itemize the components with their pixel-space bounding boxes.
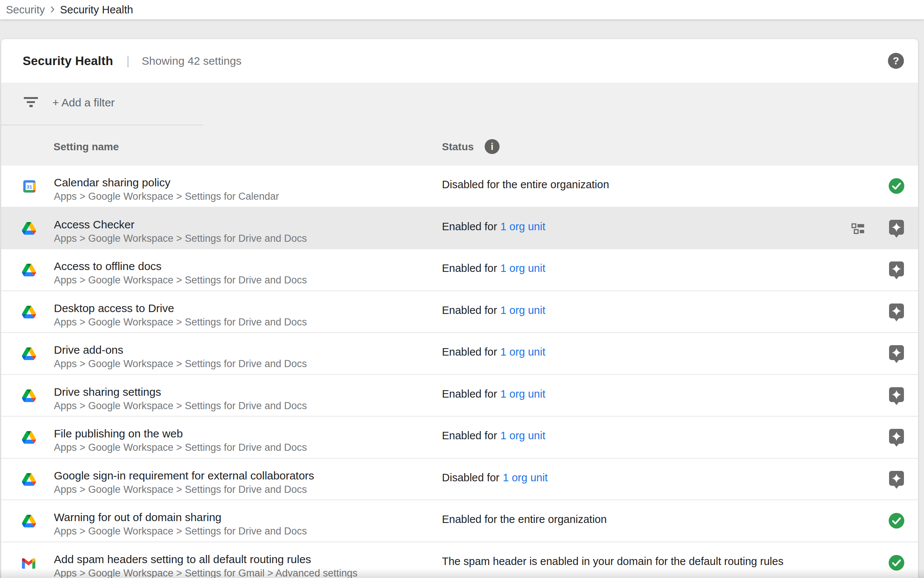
drive-glyph: [22, 264, 36, 276]
status-text: The spam header is enabled in your domai…: [442, 555, 783, 567]
drive-glyph: [22, 390, 36, 402]
page-title: Security Health: [23, 54, 113, 68]
setting-path: Apps > Google Workspace > Settings for D…: [54, 441, 307, 454]
recommendation-icon[interactable]: [888, 428, 905, 447]
status-ok-icon: [888, 177, 905, 195]
setting-path: Apps > Google Workspace > Settings for D…: [54, 315, 307, 329]
breadcrumb-current-page: Security Health: [60, 4, 133, 16]
drive-glyph: [22, 306, 36, 318]
table-row[interactable]: 31 Access Checker Ap: [1, 208, 918, 250]
gmail-icon: 31: [22, 556, 37, 571]
setting-title: Warning for out of domain sharing: [54, 510, 307, 524]
setting-status: The spam header is enabled in your domai…: [442, 554, 783, 568]
table-row[interactable]: 31 Access to offline docs: [1, 249, 918, 291]
calendar-icon: 31: [22, 179, 37, 194]
status-text: Enabled for: [442, 304, 497, 316]
status-text: Disabled for: [442, 472, 500, 484]
org-unit-link[interactable]: 1 org unit: [500, 430, 545, 442]
recommendation-icon[interactable]: [888, 470, 905, 489]
org-unit-link[interactable]: 1 org unit: [500, 262, 545, 274]
drive-icon: 31: [22, 514, 37, 529]
recommendation-icon[interactable]: [888, 261, 905, 279]
status-text: Enabled for: [442, 262, 497, 274]
status-text: Enabled for: [442, 346, 497, 358]
drive-icon: 31: [22, 388, 37, 403]
setting-status: Enabled for1 org unit: [442, 303, 545, 317]
setting-path: Apps > Google Workspace > Settings for C…: [54, 190, 279, 203]
drive-glyph: [22, 431, 36, 444]
setting-status: Enabled for1 org unit: [442, 219, 545, 234]
org-units-list-icon: [851, 223, 864, 234]
setting-status: Disabled for1 org unit: [442, 471, 548, 485]
drive-glyph: [22, 473, 36, 486]
drive-icon: 31: [22, 472, 37, 487]
table-row[interactable]: 31 Desktop access to Drive: [1, 291, 918, 333]
org-unit-link[interactable]: 1 org unit: [500, 221, 545, 232]
settings-table: 31 Calendar sharing policy: [1, 166, 918, 578]
table-row[interactable]: 31 Warning for out of doma: [1, 500, 918, 542]
drive-icon: 31: [22, 430, 37, 445]
svg-text:31: 31: [27, 184, 32, 190]
breadcrumb: Security › Security Health: [0, 0, 924, 19]
recommendation-icon[interactable]: [888, 303, 905, 321]
setting-path: Apps > Google Workspace > Settings for D…: [54, 483, 314, 496]
title-separator: |: [126, 54, 129, 68]
filter-and-table-header: + Add a filter Setting name Status i: [1, 83, 918, 166]
org-unit-link[interactable]: 1 org unit: [500, 346, 545, 358]
drive-glyph: [22, 515, 36, 528]
recommendation-icon[interactable]: [888, 344, 905, 363]
setting-title: Drive sharing settings: [54, 385, 307, 399]
setting-title: Calendar sharing policy: [54, 175, 279, 190]
setting-path: Apps > Google Workspace > Settings for D…: [54, 232, 307, 245]
setting-status: Enabled for1 org unit: [442, 429, 545, 443]
status-ok-icon: [888, 512, 905, 529]
column-header-setting-name: Setting name: [53, 141, 119, 153]
setting-path: Apps > Google Workspace > Settings for D…: [54, 357, 307, 370]
card-header: Security Health | Showing 42 settings ?: [1, 39, 918, 83]
setting-title: Access to offline docs: [54, 259, 307, 273]
status-text: Enabled for the entire organization: [442, 513, 607, 525]
setting-status: Enabled for1 org unit: [442, 387, 545, 401]
table-row[interactable]: 31 Add spam headers settin: [1, 542, 918, 578]
info-icon[interactable]: i: [485, 139, 500, 154]
table-row[interactable]: 31 Calendar sharing policy: [1, 166, 918, 208]
settings-count-label: Showing 42 settings: [142, 55, 241, 67]
setting-title: File publishing on the web: [54, 426, 307, 441]
setting-status: Enabled for the entire organization: [442, 512, 607, 526]
setting-path: Apps > Google Workspace > Settings for G…: [54, 567, 358, 578]
table-row[interactable]: 31 Drive sharing settings: [1, 375, 918, 417]
filter-divider: [1, 125, 203, 125]
setting-status: Disabled for the entire organization: [442, 177, 609, 192]
setting-status: Enabled for1 org unit: [442, 345, 545, 359]
status-text: Enabled for: [442, 430, 497, 442]
breadcrumb-security-link[interactable]: Security: [6, 4, 45, 16]
help-glyph: ?: [893, 55, 899, 67]
security-health-card: Security Health | Showing 42 settings ? …: [1, 39, 918, 578]
org-unit-link[interactable]: 1 org unit: [503, 472, 548, 484]
status-ok-icon: [888, 554, 905, 571]
table-row[interactable]: 31 File publishing on the: [1, 417, 918, 459]
add-filter-button[interactable]: + Add a filter: [52, 96, 115, 109]
setting-path: Apps > Google Workspace > Settings for D…: [54, 273, 307, 287]
org-unit-link[interactable]: 1 org unit: [500, 304, 545, 316]
recommendation-icon[interactable]: [888, 219, 905, 238]
drive-icon: 31: [22, 346, 37, 361]
setting-status: Enabled for1 org unit: [442, 261, 545, 275]
gmail-glyph: [22, 557, 35, 569]
info-glyph: i: [491, 141, 494, 152]
org-unit-link[interactable]: 1 org unit: [500, 388, 545, 400]
status-text: Enabled for: [442, 221, 497, 232]
drive-icon: 31: [22, 263, 37, 278]
table-row[interactable]: 31 Google sign-in requirem: [1, 459, 918, 501]
recommendation-icon[interactable]: [888, 386, 905, 405]
calendar-glyph: 31: [22, 179, 37, 194]
table-row[interactable]: 31 Drive add-ons App: [1, 333, 918, 375]
status-text: Disabled for the entire organization: [442, 179, 609, 190]
status-text: Enabled for: [442, 388, 497, 400]
setting-title: Add spam headers setting to all default …: [54, 552, 358, 567]
setting-title: Access Checker: [54, 217, 307, 232]
setting-title: Desktop access to Drive: [54, 301, 307, 315]
filter-list-icon[interactable]: [24, 97, 39, 108]
help-icon[interactable]: ?: [888, 53, 904, 69]
setting-title: Drive add-ons: [54, 343, 307, 357]
